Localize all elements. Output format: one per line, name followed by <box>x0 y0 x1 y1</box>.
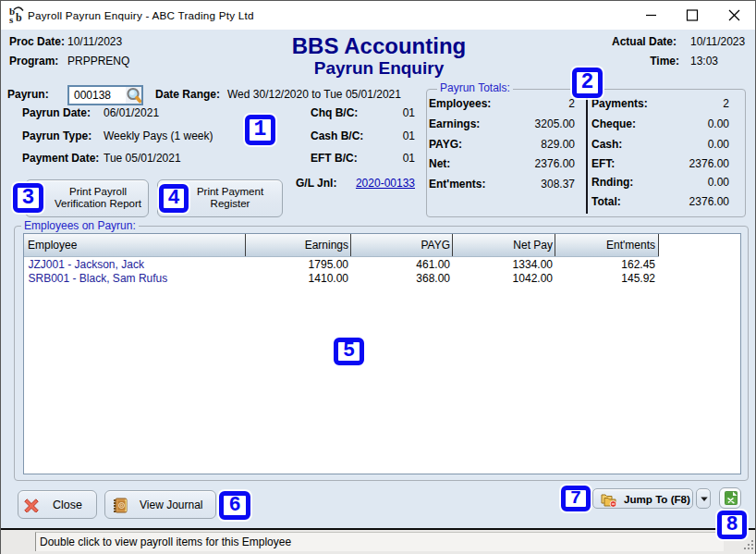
svg-text:s: s <box>9 14 14 24</box>
svg-text:b: b <box>16 11 22 24</box>
